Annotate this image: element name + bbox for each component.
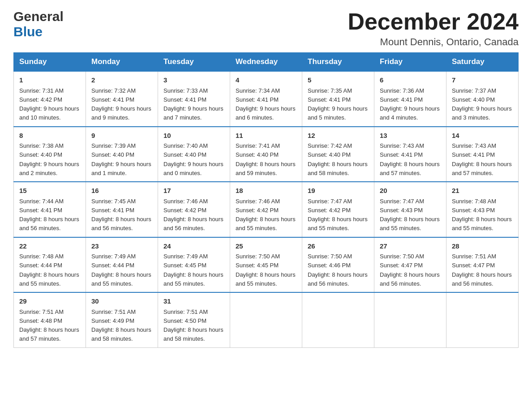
day-number: 24 bbox=[163, 241, 224, 252]
day-number: 4 bbox=[236, 75, 296, 86]
col-sunday: Sunday bbox=[14, 53, 86, 72]
day-number: 27 bbox=[380, 241, 441, 252]
table-row: 10 Sunrise: 7:40 AMSunset: 4:40 PMDaylig… bbox=[158, 127, 230, 182]
logo-general-text: General bbox=[13, 9, 64, 24]
day-info: Sunrise: 7:48 AMSunset: 4:43 PMDaylight:… bbox=[452, 198, 512, 232]
day-number: 17 bbox=[163, 186, 224, 196]
col-friday: Friday bbox=[374, 53, 446, 72]
day-number: 9 bbox=[91, 131, 152, 141]
day-info: Sunrise: 7:31 AMSunset: 4:42 PMDaylight:… bbox=[19, 87, 79, 121]
table-row bbox=[230, 292, 302, 347]
day-number: 30 bbox=[91, 296, 152, 307]
day-number: 5 bbox=[308, 75, 369, 86]
day-number: 22 bbox=[19, 241, 80, 252]
day-number: 31 bbox=[163, 296, 224, 307]
table-row: 7 Sunrise: 7:37 AMSunset: 4:40 PMDayligh… bbox=[446, 71, 519, 127]
day-info: Sunrise: 7:51 AMSunset: 4:48 PMDaylight:… bbox=[19, 308, 79, 342]
page-header: General Blue December 2024 Mount Dennis,… bbox=[13, 9, 519, 48]
col-saturday: Saturday bbox=[446, 53, 519, 72]
table-row: 27 Sunrise: 7:50 AMSunset: 4:47 PMDaylig… bbox=[374, 237, 446, 293]
day-info: Sunrise: 7:51 AMSunset: 4:49 PMDaylight:… bbox=[91, 308, 151, 342]
col-tuesday: Tuesday bbox=[158, 53, 230, 72]
table-row: 24 Sunrise: 7:49 AMSunset: 4:45 PMDaylig… bbox=[158, 237, 230, 293]
day-number: 1 bbox=[19, 75, 80, 86]
table-row: 18 Sunrise: 7:46 AMSunset: 4:42 PMDaylig… bbox=[230, 182, 302, 237]
table-row bbox=[446, 292, 519, 347]
day-number: 8 bbox=[19, 131, 80, 141]
day-info: Sunrise: 7:40 AMSunset: 4:40 PMDaylight:… bbox=[163, 142, 223, 176]
logo-blue-text: Blue bbox=[13, 24, 64, 39]
day-info: Sunrise: 7:46 AMSunset: 4:42 PMDaylight:… bbox=[236, 198, 296, 232]
calendar-week-row: 22 Sunrise: 7:48 AMSunset: 4:44 PMDaylig… bbox=[14, 237, 519, 293]
day-number: 3 bbox=[163, 75, 224, 86]
calendar-header-row: Sunday Monday Tuesday Wednesday Thursday… bbox=[14, 53, 519, 72]
day-info: Sunrise: 7:50 AMSunset: 4:46 PMDaylight:… bbox=[308, 253, 368, 287]
day-number: 20 bbox=[380, 186, 441, 196]
day-number: 23 bbox=[91, 241, 152, 252]
day-number: 18 bbox=[236, 186, 296, 196]
day-number: 10 bbox=[163, 131, 224, 141]
table-row: 1 Sunrise: 7:31 AMSunset: 4:42 PMDayligh… bbox=[14, 71, 86, 127]
col-wednesday: Wednesday bbox=[230, 53, 302, 72]
day-number: 19 bbox=[308, 186, 369, 196]
calendar-week-row: 29 Sunrise: 7:51 AMSunset: 4:48 PMDaylig… bbox=[14, 292, 519, 347]
day-info: Sunrise: 7:51 AMSunset: 4:47 PMDaylight:… bbox=[452, 253, 512, 287]
table-row: 13 Sunrise: 7:43 AMSunset: 4:41 PMDaylig… bbox=[374, 127, 446, 182]
table-row bbox=[374, 292, 446, 347]
table-row: 9 Sunrise: 7:39 AMSunset: 4:40 PMDayligh… bbox=[86, 127, 158, 182]
day-info: Sunrise: 7:38 AMSunset: 4:40 PMDaylight:… bbox=[19, 142, 79, 176]
table-row: 26 Sunrise: 7:50 AMSunset: 4:46 PMDaylig… bbox=[302, 237, 374, 293]
day-info: Sunrise: 7:51 AMSunset: 4:50 PMDaylight:… bbox=[163, 308, 223, 342]
day-info: Sunrise: 7:50 AMSunset: 4:47 PMDaylight:… bbox=[380, 253, 440, 287]
table-row: 14 Sunrise: 7:43 AMSunset: 4:41 PMDaylig… bbox=[446, 127, 519, 182]
table-row: 20 Sunrise: 7:47 AMSunset: 4:43 PMDaylig… bbox=[374, 182, 446, 237]
table-row: 29 Sunrise: 7:51 AMSunset: 4:48 PMDaylig… bbox=[14, 292, 86, 347]
logo: General Blue bbox=[13, 9, 64, 39]
table-row: 19 Sunrise: 7:47 AMSunset: 4:42 PMDaylig… bbox=[302, 182, 374, 237]
day-number: 25 bbox=[236, 241, 296, 252]
table-row: 28 Sunrise: 7:51 AMSunset: 4:47 PMDaylig… bbox=[446, 237, 519, 293]
day-info: Sunrise: 7:32 AMSunset: 4:41 PMDaylight:… bbox=[91, 87, 151, 121]
calendar-table: Sunday Monday Tuesday Wednesday Thursday… bbox=[13, 52, 519, 348]
day-info: Sunrise: 7:35 AMSunset: 4:41 PMDaylight:… bbox=[308, 87, 368, 121]
calendar-week-row: 15 Sunrise: 7:44 AMSunset: 4:41 PMDaylig… bbox=[14, 182, 519, 237]
day-number: 7 bbox=[452, 75, 513, 86]
day-info: Sunrise: 7:44 AMSunset: 4:41 PMDaylight:… bbox=[19, 198, 79, 232]
table-row: 17 Sunrise: 7:46 AMSunset: 4:42 PMDaylig… bbox=[158, 182, 230, 237]
table-row: 3 Sunrise: 7:33 AMSunset: 4:41 PMDayligh… bbox=[158, 71, 230, 127]
day-number: 11 bbox=[236, 131, 296, 141]
calendar-week-row: 1 Sunrise: 7:31 AMSunset: 4:42 PMDayligh… bbox=[14, 71, 519, 127]
table-row: 25 Sunrise: 7:50 AMSunset: 4:45 PMDaylig… bbox=[230, 237, 302, 293]
col-monday: Monday bbox=[86, 53, 158, 72]
day-info: Sunrise: 7:45 AMSunset: 4:41 PMDaylight:… bbox=[91, 198, 151, 232]
table-row: 16 Sunrise: 7:45 AMSunset: 4:41 PMDaylig… bbox=[86, 182, 158, 237]
day-info: Sunrise: 7:42 AMSunset: 4:40 PMDaylight:… bbox=[308, 142, 368, 176]
table-row: 22 Sunrise: 7:48 AMSunset: 4:44 PMDaylig… bbox=[14, 237, 86, 293]
day-number: 15 bbox=[19, 186, 80, 196]
title-section: December 2024 Mount Dennis, Ontario, Can… bbox=[348, 9, 519, 48]
table-row: 31 Sunrise: 7:51 AMSunset: 4:50 PMDaylig… bbox=[158, 292, 230, 347]
day-number: 13 bbox=[380, 131, 441, 141]
day-info: Sunrise: 7:34 AMSunset: 4:41 PMDaylight:… bbox=[236, 87, 296, 121]
calendar-week-row: 8 Sunrise: 7:38 AMSunset: 4:40 PMDayligh… bbox=[14, 127, 519, 182]
table-row: 11 Sunrise: 7:41 AMSunset: 4:40 PMDaylig… bbox=[230, 127, 302, 182]
day-info: Sunrise: 7:41 AMSunset: 4:40 PMDaylight:… bbox=[236, 142, 296, 176]
day-number: 12 bbox=[308, 131, 369, 141]
table-row bbox=[302, 292, 374, 347]
day-info: Sunrise: 7:36 AMSunset: 4:41 PMDaylight:… bbox=[380, 87, 440, 121]
day-info: Sunrise: 7:43 AMSunset: 4:41 PMDaylight:… bbox=[380, 142, 440, 176]
day-number: 28 bbox=[452, 241, 513, 252]
day-info: Sunrise: 7:49 AMSunset: 4:44 PMDaylight:… bbox=[91, 253, 151, 287]
day-info: Sunrise: 7:47 AMSunset: 4:43 PMDaylight:… bbox=[380, 198, 440, 232]
col-thursday: Thursday bbox=[302, 53, 374, 72]
day-info: Sunrise: 7:37 AMSunset: 4:40 PMDaylight:… bbox=[452, 87, 512, 121]
day-number: 2 bbox=[91, 75, 152, 86]
day-info: Sunrise: 7:47 AMSunset: 4:42 PMDaylight:… bbox=[308, 198, 368, 232]
day-number: 26 bbox=[308, 241, 369, 252]
day-info: Sunrise: 7:33 AMSunset: 4:41 PMDaylight:… bbox=[163, 87, 223, 121]
day-number: 14 bbox=[452, 131, 513, 141]
day-info: Sunrise: 7:43 AMSunset: 4:41 PMDaylight:… bbox=[452, 142, 512, 176]
day-number: 29 bbox=[19, 296, 80, 307]
day-info: Sunrise: 7:49 AMSunset: 4:45 PMDaylight:… bbox=[163, 253, 223, 287]
table-row: 30 Sunrise: 7:51 AMSunset: 4:49 PMDaylig… bbox=[86, 292, 158, 347]
